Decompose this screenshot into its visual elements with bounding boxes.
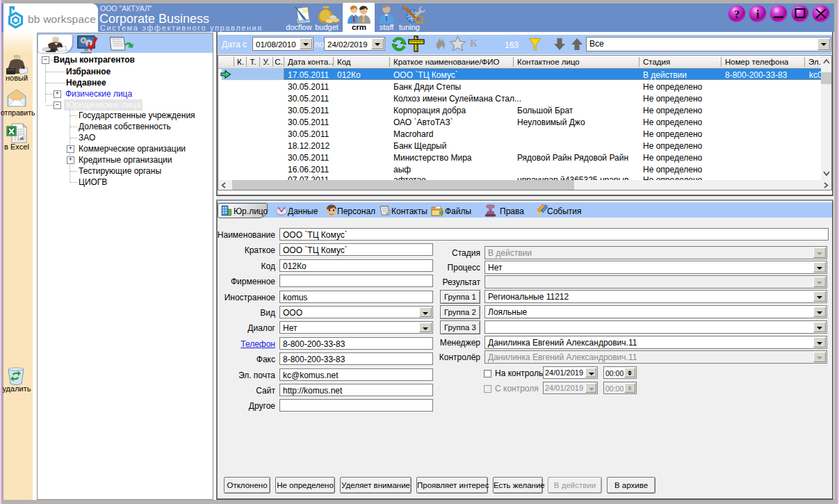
svg-text:?: ?	[734, 8, 740, 21]
svg-text:i: i	[756, 8, 760, 21]
